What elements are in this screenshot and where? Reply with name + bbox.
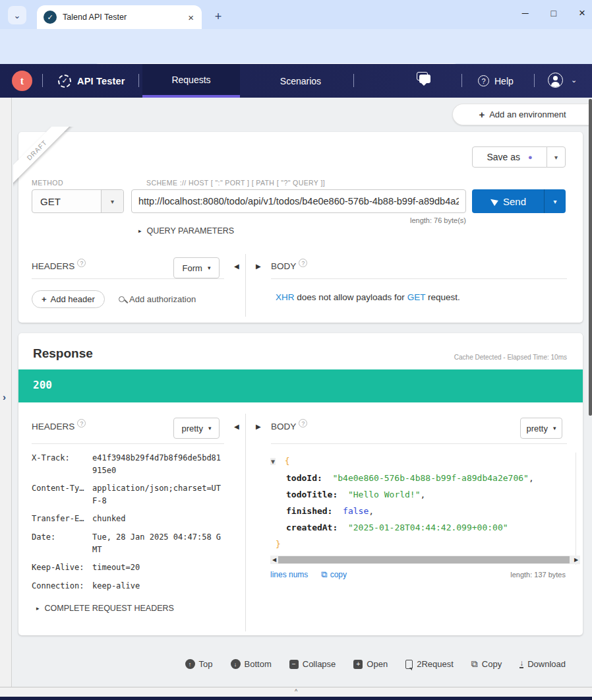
collapse-left-icon[interactable]: ◀ <box>234 263 239 270</box>
response-body-json: ▼ { todoId: "b4e0e860-576b-4b88-b99f-a89… <box>270 453 581 552</box>
body-horizontal-scrollbar[interactable]: ◀ ▶ <box>270 556 580 564</box>
bottom-icon: ↓ <box>231 659 241 669</box>
top-icon: ↑ <box>185 659 195 669</box>
response-headers-list: X-Track:e41f3948b29f4d7b8f96de5bd81915e0… <box>32 452 249 598</box>
caret-down-icon: ▾ <box>208 265 211 271</box>
save-as-button[interactable]: Save as ● <box>472 146 547 168</box>
tab-requests-label: Requests <box>171 75 210 85</box>
tab-scenarios[interactable]: Scenarios <box>252 64 349 98</box>
line-numbers-link[interactable]: lines nums <box>270 570 308 579</box>
scroll-bottom-button[interactable]: ↓ Bottom <box>231 659 272 669</box>
body-restriction-note: XHR does not allow payloads for GET requ… <box>276 292 460 302</box>
body-format-value: pretty <box>526 424 548 433</box>
help-menu[interactable]: ? Help <box>478 64 514 98</box>
section-rule <box>271 278 567 279</box>
draft-ribbon-label: DRAFT <box>13 127 74 187</box>
copy-response-button[interactable]: ⧉ Copy <box>471 658 502 670</box>
response-footer-toolbar: ↑ Top ↓ Bottom − Collapse + Open 2Reques… <box>185 658 566 670</box>
method-label: METHOD <box>32 179 63 187</box>
repository-rail <box>0 98 12 687</box>
response-headers-format-select[interactable]: pretty ▾ <box>173 418 220 439</box>
add-header-button[interactable]: + Add header <box>32 290 105 308</box>
header-row: X-Track:e41f3948b29f4d7b8f96de5bd81915e0 <box>32 452 249 476</box>
collapse-right-icon[interactable]: ▶ <box>256 423 261 430</box>
collapse-button[interactable]: − Collapse <box>289 659 336 669</box>
scroll-left-icon[interactable]: ◀ <box>270 557 278 563</box>
scroll-right-icon[interactable]: ▶ <box>572 557 580 563</box>
account-chevron-icon[interactable]: ⌄ <box>571 76 577 84</box>
tab-search-button[interactable]: ⌄ <box>8 6 26 24</box>
headers-format-select[interactable]: Form ▾ <box>173 257 220 278</box>
send-button[interactable]: Send ▾ <box>472 189 566 213</box>
browser-toolbar: ← → ↻ Talend API Tester - Free Edition c… <box>0 29 592 64</box>
tab-close-icon[interactable]: × <box>187 12 195 23</box>
headers-format-value: Form <box>183 263 202 273</box>
key-icon <box>119 296 125 302</box>
browser-window: ⌄ ✓ Talend API Tester × + ─ □ × ← → ↻ Ta… <box>0 0 592 700</box>
add-authorization-link[interactable]: Add authorization <box>119 294 196 304</box>
complete-request-headers-label: COMPLETE REQUEST HEADERS <box>45 604 174 613</box>
add-environment-button[interactable]: + Add an environment <box>452 104 592 125</box>
open-button[interactable]: + Open <box>353 659 388 669</box>
page-scrollbar-thumb[interactable] <box>589 99 592 416</box>
page-scroll-strip[interactable]: ^ <box>0 687 592 697</box>
download-icon: ↓ <box>519 660 523 668</box>
collapse-node-icon[interactable]: ▼ <box>270 458 276 465</box>
maximize-button[interactable]: □ <box>551 8 556 18</box>
help-label: Help <box>494 76 514 86</box>
url-length-note: length: 76 byte(s) <box>410 216 466 224</box>
body-scrollbar-track <box>576 453 576 565</box>
panel-divider <box>245 254 246 317</box>
send-dropdown-button[interactable]: ▾ <box>545 189 566 213</box>
window-close-button[interactable]: × <box>579 7 585 20</box>
copy-body-link[interactable]: ⧉ copy <box>321 569 347 580</box>
navbar-divider <box>42 74 43 87</box>
request-body-label: BODY ? <box>271 261 307 271</box>
to-request-button[interactable]: 2Request <box>405 659 454 669</box>
tab-title: Talend API Tester <box>63 13 187 22</box>
request-headers-label: HEADERS ? <box>32 261 86 271</box>
chevron-down-icon: ⌄ <box>14 11 21 20</box>
info-icon[interactable]: ? <box>77 259 86 267</box>
info-icon[interactable]: ? <box>299 419 307 428</box>
app-brand[interactable]: ✓ API Tester <box>58 64 125 98</box>
method-value: GET <box>32 196 101 207</box>
info-icon[interactable]: ? <box>299 259 307 267</box>
scroll-top-button[interactable]: ↑ Top <box>185 659 213 669</box>
scrollbar-thumb[interactable] <box>278 556 570 563</box>
json-row: todoId: "b4e0e860-576b-4b88-b99f-a89db4a… <box>270 470 581 486</box>
response-body-format-select[interactable]: pretty ▾ <box>520 418 562 439</box>
talend-logo[interactable]: t <box>12 71 32 91</box>
expand-sidebar-icon[interactable]: › <box>3 391 6 402</box>
collapse-left-icon[interactable]: ◀ <box>234 423 239 430</box>
collapse-right-icon[interactable]: ▶ <box>256 263 261 270</box>
download-button[interactable]: ↓ Download <box>519 659 566 669</box>
complete-request-headers-toggle[interactable]: ▸ COMPLETE REQUEST HEADERS <box>36 604 174 613</box>
browser-tab[interactable]: ✓ Talend API Tester × <box>37 5 202 29</box>
method-select[interactable]: GET ▾ <box>32 189 124 213</box>
new-tab-button[interactable]: + <box>210 8 227 25</box>
app-navbar: t ✓ API Tester Requests Scenarios ? Help… <box>0 64 592 98</box>
minimize-button[interactable]: ─ <box>522 8 529 18</box>
status-bar: 200 <box>18 369 583 402</box>
xhr-link[interactable]: XHR <box>276 292 295 302</box>
send-icon <box>488 197 498 207</box>
account-icon[interactable] <box>548 73 563 88</box>
feedback-chat-icon[interactable] <box>419 75 430 83</box>
response-panel: Response Cache Detected - Elapsed Time: … <box>18 333 583 635</box>
collapse-icon: − <box>289 660 299 669</box>
help-icon: ? <box>478 75 489 86</box>
save-as-dropdown-button[interactable]: ▾ <box>547 146 566 168</box>
api-tester-check-icon: ✓ <box>58 75 71 88</box>
window-controls: ─ □ × <box>522 0 585 26</box>
add-authorization-label: Add authorization <box>129 294 196 304</box>
caret-down-icon: ▾ <box>208 425 212 431</box>
triangle-right-icon: ▸ <box>138 228 142 234</box>
navbar-divider <box>138 74 139 87</box>
get-link[interactable]: GET <box>407 292 426 302</box>
query-parameters-toggle[interactable]: ▸ QUERY PARAMETERS <box>138 226 234 236</box>
info-icon[interactable]: ? <box>77 419 86 428</box>
tab-requests[interactable]: Requests <box>142 64 240 98</box>
header-row: Keep-Alive:timeout=20 <box>32 561 249 574</box>
url-input[interactable] <box>131 189 466 213</box>
